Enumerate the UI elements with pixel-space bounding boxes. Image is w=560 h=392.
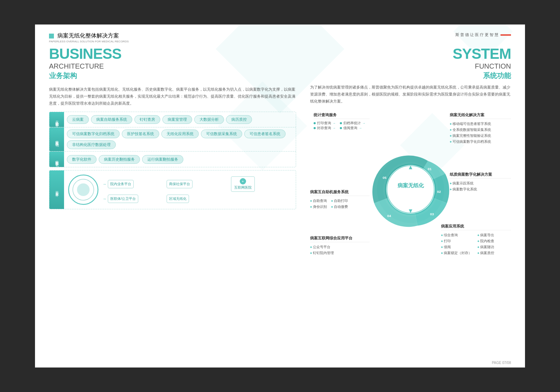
system-desc: 为了解决传统病案管理的诸多痛点，斯普德聚焦为医疗机构提供卓越的病案无纸化系统，公… <box>310 84 511 105</box>
svg-text:05: 05 <box>383 176 386 180</box>
biz-cell: 数字化软件 <box>67 155 97 164</box>
logo-square <box>49 34 54 38</box>
stat-query-block: 统计查询服务 打印查询→ 封存查询→ 归档率统计→ 借阅查询→ <box>314 112 370 131</box>
svg-point-2 <box>77 183 90 196</box>
app-system-items: 综合查询 打印 借阅 病案锁定（封存） 病案导出 院内检查 病案随访 病案质控 <box>441 232 511 256</box>
page: 病案无纸化整体解决方案 PAPERLESS OVERALL SOLUTION F… <box>35 24 525 368</box>
biz-label-1: 无纸化服务 <box>49 112 64 127</box>
platform-section: 平台服务 → 院内业务平台 <box>49 170 296 209</box>
app-item-7: 病案随访 <box>477 244 494 250</box>
circle-diagram-area: 病案无纸化 01 02 03 04 05 统计查询服务 <box>310 109 511 263</box>
main-content: BUSINESS ARCHITECTURE 业务架构 病案无纸化整体解决方案包括… <box>35 43 525 358</box>
stat-col-left: 打印查询→ 封存查询→ <box>314 121 336 131</box>
biz-cell: 医护技签名系统 <box>122 130 159 138</box>
self-col-1: 自助查询 身份识别 <box>310 198 327 210</box>
biz-cell: 大数据分析 <box>194 115 224 124</box>
system-title-big: SYSTEM <box>310 47 511 61</box>
paperless-item-1: 移动端可信患者签字系统 <box>450 121 511 127</box>
stat-item: 打印查询→ <box>314 121 336 126</box>
internet-item-1: 公众号平台 <box>310 244 370 250</box>
digital-item-2: 病案数字化系统 <box>450 186 511 192</box>
app-item-8: 病案质控 <box>477 250 494 256</box>
platform-node-3: → 医联体/公卫平台 <box>103 195 164 203</box>
platform-node-2: 商保社保平台 <box>167 180 228 188</box>
platform-content: → 院内业务平台 商保社保平台 + 互联网医院 <box>64 170 296 209</box>
svg-text:02: 02 <box>437 190 441 194</box>
paperless-solution-title: 病案无纸化解决方案 <box>450 112 511 119</box>
biz-cell: 云病案 <box>67 115 89 124</box>
paperless-item-4: 可信病案数字化归档系统 <box>450 139 511 145</box>
platform-node-1: → 院内业务平台 <box>103 180 164 188</box>
business-title-cn: 业务架构 <box>49 71 296 80</box>
header-right: 斯 普 德 让 医 疗 更 智 慧 <box>455 32 511 37</box>
business-desc: 病案无纸化整体解决方案包括病案无纸化、无纸化服务、历史病案数字化、病案平台服务，… <box>49 86 296 107</box>
stat-query-items: 打印查询→ 封存查询→ 归档率统计→ 借阅查询→ <box>314 121 370 131</box>
biz-cells-3: 数字化软件 病案历史翻拍服务 运行病案翻拍服务 <box>64 152 296 167</box>
internet-item-2: 钉钉院内管理 <box>310 250 370 256</box>
platform-label: 平台服务 <box>49 170 64 209</box>
biz-cell: 可信患者签名系统 <box>244 130 286 138</box>
system-title-block: SYSTEM FUNCTION 系统功能 <box>310 47 511 80</box>
app-item-4: 病案锁定（封存） <box>441 250 472 256</box>
svg-text:01: 01 <box>428 167 432 171</box>
self-service-block: 病案互自助机服务系统 自助查询 身份识别 自助打印 自动缴费 <box>310 189 370 210</box>
system-title-cn: 系统功能 <box>310 71 511 80</box>
biz-cell: 钉钉查房 <box>134 115 160 124</box>
app-item-5: 病案导出 <box>477 232 494 238</box>
biz-cell: 非结构化医疗数据处理 <box>67 140 116 149</box>
paperless-solution-block: 病案无纸化解决方案 移动端可信患者签字系统 全系统数据智能采集系统 病案完整性智… <box>450 112 511 145</box>
paperless-item-2: 全系统数据智能采集系统 <box>450 127 511 133</box>
right-panel: SYSTEM FUNCTION 系统功能 为了解决传统病案管理的诸多痛点，斯普德… <box>303 43 511 358</box>
biz-cell: 病案室管理 <box>162 115 192 124</box>
biz-row-3: 病案数字化 数字化软件 病案历史翻拍服务 运行病案翻拍服务 <box>49 152 296 167</box>
biz-cell: 病案自助服务系统 <box>91 115 132 124</box>
paperless-item-3: 病案完整性智能验证系统 <box>450 133 511 139</box>
biz-label-2: 病案无纸化 <box>49 127 64 151</box>
stat-col-right: 归档率统计→ 借阅查询→ <box>340 121 365 131</box>
self-item-2: 身份识别 <box>310 204 327 210</box>
app-col-1: 综合查询 打印 借阅 病案锁定（封存） <box>441 232 472 256</box>
svg-text:03: 03 <box>430 212 434 216</box>
stat-item: 封存查询→ <box>314 126 336 131</box>
app-item-2: 打印 <box>441 238 472 244</box>
platform-box-3: 医联体/公卫平台 <box>108 195 138 203</box>
platform-box-internet: + 互联网医院 <box>231 176 255 192</box>
app-col-2: 病案导出 院内检查 病案随访 病案质控 <box>477 232 494 256</box>
svg-text:病案无纸化: 病案无纸化 <box>397 182 424 188</box>
internet-platform-block: 病案互联网综合应用平台 公众号平台 钉钉院内管理 <box>310 236 370 256</box>
self-item-4: 自动缴费 <box>331 204 348 210</box>
biz-cell: 运行病案翻拍服务 <box>142 155 183 164</box>
header-bar <box>500 34 511 36</box>
internet-platform-title: 病案互联网综合应用平台 <box>310 236 370 242</box>
self-service-title: 病案互自助机服务系统 <box>310 189 370 196</box>
business-title-big: BUSINESS <box>49 47 296 61</box>
app-system-block: 病案应用系统 综合查询 打印 借阅 病案锁定（封存） 病案导出 院内检查 病案随… <box>441 224 511 256</box>
biz-cell: 可信数据采集系统 <box>201 130 242 138</box>
footer: PAGE 07/08 <box>35 358 525 368</box>
platform-node-4: 区域无纸化 <box>167 195 228 203</box>
header-slogan: 斯 普 德 让 医 疗 更 智 慧 <box>455 32 498 37</box>
biz-cell: 无纸化应用系统 <box>161 130 199 138</box>
biz-cells-2: 可信病案数字化归档系统 医护技签名系统 无纸化应用系统 可信数据采集系统 可信患… <box>64 127 296 151</box>
self-col-2: 自助打印 自动缴费 <box>331 198 348 210</box>
left-panel: BUSINESS ARCHITECTURE 业务架构 病案无纸化整体解决方案包括… <box>49 43 303 358</box>
platform-box-4: 区域无纸化 <box>167 195 189 203</box>
business-title-sub: ARCHITECTURE <box>49 62 296 70</box>
header-title-cn: 病案无纸化整体解决方案 <box>57 32 119 40</box>
biz-row-2: 病案无纸化 可信病案数字化归档系统 医护技签名系统 无纸化应用系统 可信数据采集… <box>49 127 296 152</box>
header: 病案无纸化整体解决方案 PAPERLESS OVERALL SOLUTION F… <box>35 24 525 43</box>
header-title-en: PAPERLESS OVERALL SOLUTION FOR MEDICAL R… <box>49 40 129 43</box>
platform-node-internet: + 互联网医院 <box>231 176 292 192</box>
app-item-6: 院内检查 <box>477 238 494 244</box>
platform-circle-svg <box>68 174 99 205</box>
system-title-sub: FUNCTION <box>310 62 511 70</box>
svg-point-5 <box>386 165 435 214</box>
stat-item: 归档率统计→ <box>340 121 365 126</box>
self-item-3: 自助打印 <box>331 198 348 204</box>
self-item-1: 自助查询 <box>310 198 327 204</box>
biz-cell: 病案历史翻拍服务 <box>99 155 140 164</box>
stat-item: 借阅查询→ <box>340 126 365 131</box>
digital-solution-title: 纸质病案数字化解决方案 <box>450 172 511 178</box>
biz-row-1: 无纸化服务 云病案 病案自助服务系统 钉钉查房 病案室管理 大数据分析 病历质控 <box>49 112 296 127</box>
self-service-items: 自助查询 身份识别 自助打印 自动缴费 <box>310 198 370 210</box>
